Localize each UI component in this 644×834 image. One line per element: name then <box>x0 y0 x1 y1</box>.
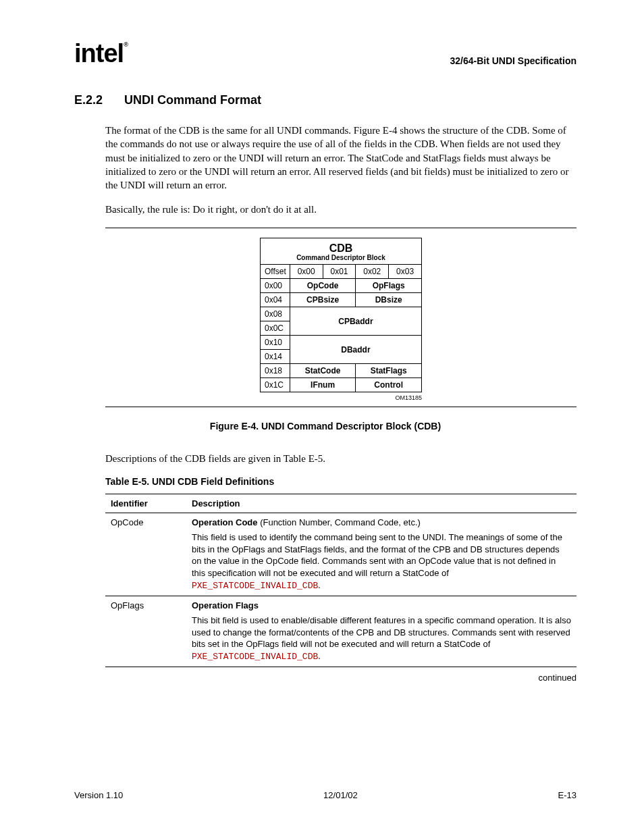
defs-table: Identifier Description OpCode Operation … <box>105 494 576 667</box>
continued-label: continued <box>74 673 576 683</box>
table-row: OpFlags Operation Flags This bit field i… <box>105 596 576 667</box>
col-0x00: 0x00 <box>290 265 323 279</box>
cell-dbaddr: DBaddr <box>290 336 421 364</box>
table-row: OpCode Operation Code (Function Number, … <box>105 513 576 596</box>
section-number: E.2.2 <box>74 93 103 107</box>
spec-title: 32/64-Bit UNDI Specification <box>450 55 577 66</box>
logo-text: intel <box>74 39 124 68</box>
cdb-diagram: CDB Command Descriptor Block Offset 0x00… <box>260 238 422 402</box>
footer-page: E-13 <box>558 790 576 800</box>
col-offset: Offset <box>261 265 290 279</box>
cell-statcode: StatCode <box>290 364 356 378</box>
page-header: intel® 32/64-Bit UNDI Specification <box>74 41 576 66</box>
col-0x01: 0x01 <box>323 265 356 279</box>
td-opflags-id: OpFlags <box>105 596 186 667</box>
table-caption: Table E-5. UNDI CDB Field Definitions <box>105 476 576 487</box>
row-0x18-off: 0x18 <box>261 364 290 378</box>
row-0x10-off: 0x10 <box>261 336 290 350</box>
opflags-body-post: . <box>318 651 321 661</box>
row-0x1c-off: 0x1C <box>261 378 290 392</box>
footer-date: 12/01/02 <box>323 790 358 800</box>
opflags-body-pre: This bit field is used to enable/disable… <box>192 615 571 649</box>
paragraph-3: Descriptions of the CDB fields are given… <box>105 452 576 465</box>
cell-control: Control <box>356 378 422 392</box>
row-0x14-off: 0x14 <box>261 350 290 364</box>
footer-version: Version 1.10 <box>74 790 123 800</box>
td-opflags-desc: Operation Flags This bit field is used t… <box>186 596 576 667</box>
opflags-const: PXE_STATCODE_INVALID_CDB <box>192 652 318 662</box>
opcode-body-post: . <box>318 580 321 590</box>
cell-cpbaddr: CPBaddr <box>290 307 421 336</box>
figure-caption: Figure E-4. UNDI Command Descriptor Bloc… <box>74 421 576 432</box>
intel-logo: intel® <box>74 41 128 66</box>
page-footer: Version 1.10 12/01/02 E-13 <box>74 790 576 800</box>
opcode-body-pre: This field is used to identify the comma… <box>192 532 562 578</box>
td-opcode-id: OpCode <box>105 513 186 596</box>
paragraph-2: Basically, the rule is: Do it right, or … <box>105 203 576 216</box>
row-0x0c-off: 0x0C <box>261 321 290 336</box>
row-0x00-off: 0x00 <box>261 279 290 293</box>
section-title: UNDI Command Format <box>124 93 261 107</box>
opcode-title-bold: Operation Code <box>192 517 258 527</box>
figure-e4: CDB Command Descriptor Block Offset 0x00… <box>105 228 576 408</box>
registered-mark: ® <box>124 41 128 48</box>
cell-opcode: OpCode <box>290 279 356 293</box>
th-description: Description <box>186 494 576 513</box>
opcode-const: PXE_STATCODE_INVALID_CDB <box>192 581 318 591</box>
cdb-table: CDB Command Descriptor Block Offset 0x00… <box>260 238 422 393</box>
om-label: OM13185 <box>260 394 422 401</box>
section-heading: E.2.2 UNDI Command Format <box>74 93 576 107</box>
row-0x08-off: 0x08 <box>261 307 290 321</box>
cdb-title-cell: CDB Command Descriptor Block <box>261 238 422 265</box>
cell-cpbsize: CPBsize <box>290 293 356 307</box>
cell-opflags: OpFlags <box>356 279 422 293</box>
cell-statflags: StatFlags <box>356 364 422 378</box>
row-0x04-off: 0x04 <box>261 293 290 307</box>
opcode-body: This field is used to identify the comma… <box>192 531 571 592</box>
cdb-subtitle: Command Descriptor Block <box>261 254 421 261</box>
th-identifier: Identifier <box>105 494 186 513</box>
col-0x02: 0x02 <box>356 265 389 279</box>
cdb-title: CDB <box>261 242 421 255</box>
cell-ifnum: IFnum <box>290 378 356 392</box>
td-opcode-desc: Operation Code (Function Number, Command… <box>186 513 576 596</box>
opflags-body: This bit field is used to enable/disable… <box>192 615 571 662</box>
cell-dbsize: DBsize <box>356 293 422 307</box>
opflags-title: Operation Flags <box>192 600 259 610</box>
opcode-title-rest: (Function Number, Command Code, etc.) <box>258 517 421 527</box>
col-0x03: 0x03 <box>389 265 422 279</box>
paragraph-1: The format of the CDB is the same for al… <box>105 124 576 192</box>
